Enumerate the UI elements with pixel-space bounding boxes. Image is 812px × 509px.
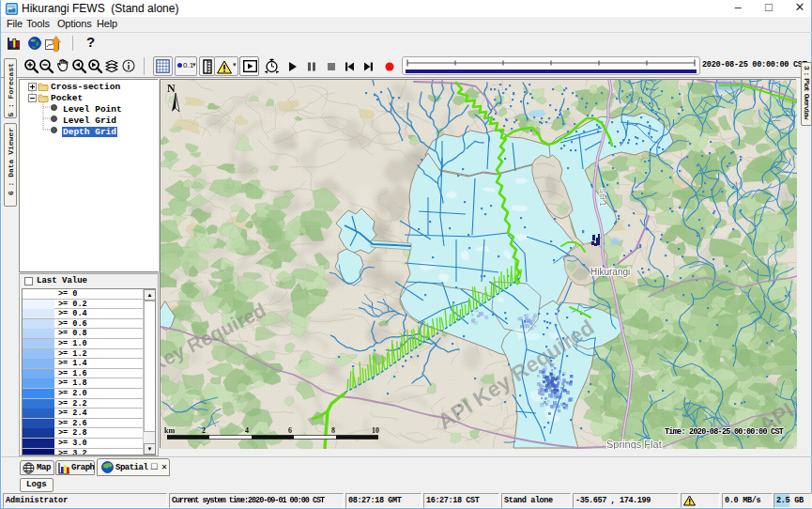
svg-text:N: N [167,82,176,95]
svg-text:4: 4 [245,426,249,435]
svg-text:8: 8 [331,426,335,435]
svg-text:SH 1: SH 1 [598,188,607,207]
svg-text:2: 2 [202,426,206,435]
svg-text:Springs Flat: Springs Flat [606,439,662,449]
svg-text:Time: 2020-08-25 00:00:00 CST: Time: 2020-08-25 00:00:00 CST [665,427,784,437]
svg-text:6: 6 [288,426,292,435]
svg-text:km: km [164,426,175,435]
svg-text:Hikurangi: Hikurangi [590,267,630,277]
svg-text:10: 10 [372,426,379,435]
